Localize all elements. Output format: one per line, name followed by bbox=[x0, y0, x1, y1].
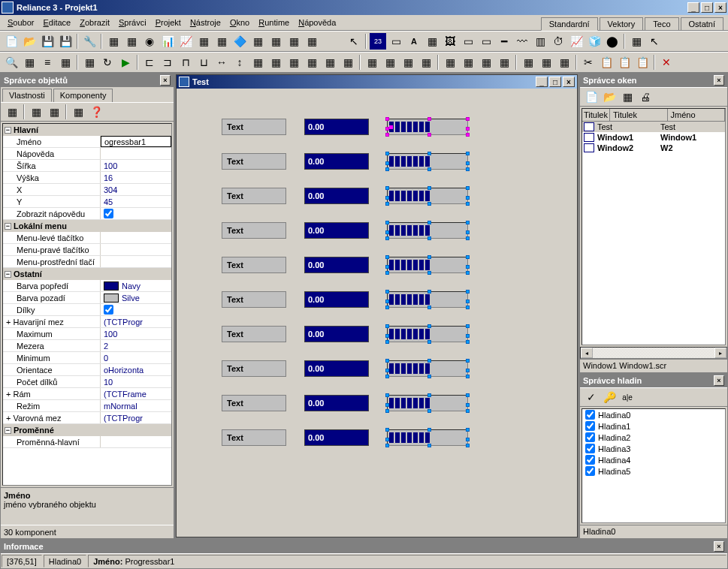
selection-handle[interactable] bbox=[466, 236, 470, 240]
window-list-row[interactable]: Window1Window1 bbox=[582, 132, 725, 143]
selection-handle[interactable] bbox=[427, 428, 431, 432]
prop-checkbox[interactable] bbox=[104, 209, 113, 218]
selection-handle[interactable] bbox=[466, 334, 470, 338]
selection-handle[interactable] bbox=[385, 334, 389, 338]
object-manager-close[interactable]: × bbox=[160, 75, 171, 86]
layer-manager-close[interactable]: × bbox=[714, 375, 724, 386]
selection-handle[interactable] bbox=[385, 409, 389, 413]
progressbar-component[interactable] bbox=[387, 257, 468, 273]
comp-curve[interactable]: 〰 bbox=[514, 33, 530, 50]
mgr-3[interactable]: ◉ bbox=[141, 33, 158, 50]
prop-row[interactable]: Šířka100 bbox=[3, 160, 171, 172]
display-component[interactable]: 0.00 bbox=[304, 222, 369, 239]
comp-meter[interactable]: ⏱ bbox=[550, 33, 566, 50]
selection-handle[interactable] bbox=[427, 186, 431, 190]
col-title[interactable]: Titulek bbox=[582, 109, 610, 121]
progressbar-component[interactable] bbox=[387, 326, 468, 342]
prop-row[interactable]: RežimmNormal bbox=[3, 400, 171, 412]
selection-handle[interactable] bbox=[385, 236, 389, 240]
menu-nápověda[interactable]: Nápověda bbox=[294, 17, 340, 29]
comp-tab-standardní[interactable]: Standardní bbox=[541, 17, 598, 31]
selection-handle[interactable] bbox=[427, 152, 431, 155]
align-1[interactable]: ⊏ bbox=[141, 54, 158, 71]
text-component[interactable]: Text bbox=[222, 153, 286, 170]
display-component[interactable]: 0.00 bbox=[304, 291, 369, 308]
text-component[interactable]: Text bbox=[222, 395, 286, 411]
selection-handle[interactable] bbox=[427, 271, 431, 275]
comp-3d[interactable]: 🧊 bbox=[586, 33, 603, 50]
selection-handle[interactable] bbox=[466, 196, 470, 200]
display-component[interactable]: 0.00 bbox=[304, 153, 369, 170]
align-2[interactable]: ⊐ bbox=[159, 54, 176, 71]
design-window-titlebar[interactable]: Test _ □ × bbox=[177, 75, 577, 89]
prop-row[interactable]: Barva popředíNavy bbox=[3, 280, 171, 292]
progressbar-component[interactable] bbox=[387, 222, 468, 239]
comp-activetext[interactable]: ▦ bbox=[424, 33, 440, 50]
menu-editace[interactable]: Editace bbox=[38, 17, 75, 29]
selection-handle[interactable] bbox=[427, 375, 431, 378]
comp-progress[interactable]: ▥ bbox=[532, 33, 548, 50]
selection-handle[interactable] bbox=[427, 306, 431, 309]
om-btn-4[interactable]: ▦ bbox=[70, 104, 86, 120]
layer-row[interactable]: Hladina5 bbox=[582, 465, 725, 477]
cut-button[interactable]: ✂ bbox=[580, 54, 597, 71]
layer-checkbox[interactable] bbox=[585, 444, 595, 453]
progressbar-component[interactable] bbox=[387, 360, 468, 377]
selection-handle[interactable] bbox=[466, 127, 470, 131]
selection-handle[interactable] bbox=[385, 230, 389, 234]
menu-projekt[interactable]: Projekt bbox=[151, 17, 186, 29]
comp-button[interactable]: ▭ bbox=[460, 33, 476, 50]
selection-handle[interactable] bbox=[427, 324, 431, 328]
prop-row[interactable]: Menu-levé tlačítko bbox=[3, 232, 171, 244]
selection-handle[interactable] bbox=[466, 409, 470, 413]
prop-row[interactable]: Počet dílků10 bbox=[3, 376, 171, 388]
mgr-9[interactable]: ▦ bbox=[249, 33, 266, 50]
selection-handle[interactable] bbox=[385, 306, 389, 309]
prop-row[interactable]: +Rám(TCTFrame bbox=[3, 388, 171, 400]
align-5[interactable]: ↔ bbox=[213, 54, 230, 71]
comp-container[interactable]: ▦ bbox=[628, 33, 645, 50]
selection-handle[interactable] bbox=[385, 300, 389, 303]
selection-handle[interactable] bbox=[385, 152, 389, 155]
tab-properties[interactable]: Vlastnosti bbox=[2, 89, 52, 102]
comp-tab-teco[interactable]: Teco bbox=[645, 17, 678, 30]
prop-row[interactable]: +Varovná mez(TCTProgr bbox=[3, 412, 171, 424]
prop-section-Hlavní[interactable]: −Hlavní bbox=[3, 124, 171, 136]
prop-section-Proměnné[interactable]: −Proměnné bbox=[3, 424, 171, 436]
comp-text[interactable]: A bbox=[406, 33, 422, 50]
selection-handle[interactable] bbox=[466, 186, 470, 190]
grid-button[interactable]: ▦ bbox=[21, 54, 38, 71]
om-help-button[interactable]: ❓ bbox=[88, 104, 104, 120]
display-component[interactable]: 0.00 bbox=[304, 188, 369, 204]
select-tool[interactable]: ↖ bbox=[346, 33, 362, 50]
lm-key-icon[interactable]: 🔑 bbox=[601, 389, 618, 405]
selection-handle[interactable] bbox=[385, 369, 389, 372]
selection-handle[interactable] bbox=[466, 306, 470, 309]
layer-checkbox[interactable] bbox=[585, 466, 595, 476]
selection-handle[interactable] bbox=[466, 438, 470, 441]
selection-handle[interactable] bbox=[466, 393, 470, 397]
menu-správci[interactable]: Správci bbox=[114, 17, 151, 29]
selection-handle[interactable] bbox=[385, 271, 389, 275]
layer-checkbox[interactable] bbox=[585, 410, 595, 420]
selection-handle[interactable] bbox=[466, 167, 470, 171]
display-component[interactable]: 0.00 bbox=[304, 119, 369, 135]
prop-row[interactable]: Proměnná-hlavní bbox=[3, 436, 171, 448]
mgr-4[interactable]: 📊 bbox=[159, 33, 176, 50]
selection-handle[interactable] bbox=[385, 375, 389, 378]
progressbar-component[interactable] bbox=[387, 429, 468, 446]
paste-button[interactable]: 📋 bbox=[616, 54, 633, 71]
col-jmeno[interactable]: Jméno bbox=[668, 109, 726, 121]
selection-handle[interactable] bbox=[385, 255, 389, 259]
mgr-6[interactable]: ▦ bbox=[195, 33, 212, 50]
window-manager-close[interactable]: × bbox=[714, 75, 724, 86]
window-list-row[interactable]: TestTest bbox=[582, 122, 725, 132]
selection-handle[interactable] bbox=[385, 438, 389, 441]
align-12[interactable]: ▦ bbox=[340, 54, 356, 71]
maximize-button[interactable]: □ bbox=[701, 2, 713, 13]
align-8[interactable]: ▦ bbox=[267, 54, 284, 71]
design-minimize[interactable]: _ bbox=[536, 77, 548, 87]
window-list-row[interactable]: Window2W2 bbox=[582, 143, 725, 153]
progressbar-component[interactable] bbox=[387, 153, 468, 170]
scroll-right[interactable]: ▸ bbox=[714, 348, 726, 358]
